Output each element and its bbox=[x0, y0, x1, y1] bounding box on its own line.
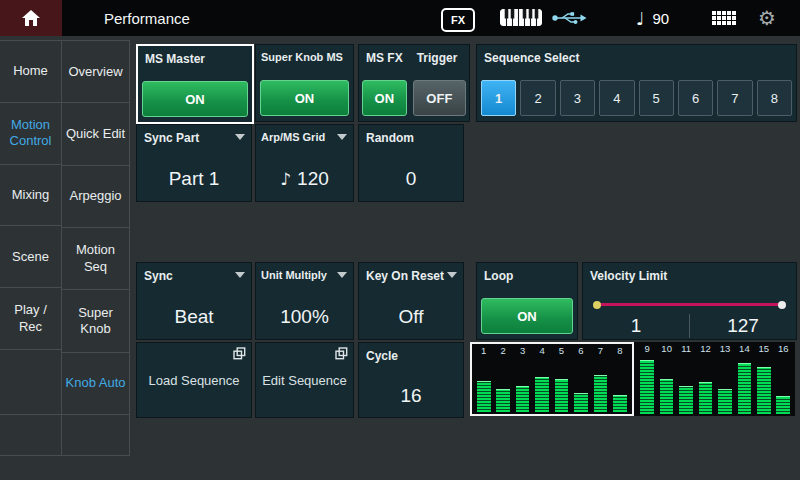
super-knob-ms-toggle[interactable]: ON bbox=[260, 80, 349, 116]
sidebar-item-arpeggio[interactable]: Arpeggio bbox=[62, 166, 130, 228]
super-knob-ms-label: Super Knob MS bbox=[261, 51, 343, 63]
seq-step-2[interactable]: 2 bbox=[493, 345, 512, 412]
grid-icon[interactable] bbox=[712, 11, 737, 30]
seq-step-number: 2 bbox=[501, 345, 506, 357]
sidebar-item-overview[interactable]: Overview bbox=[62, 40, 130, 103]
seq-step-bar bbox=[660, 379, 674, 414]
seq-step-number: 4 bbox=[539, 345, 544, 357]
ms-fx-toggle[interactable]: ON bbox=[362, 80, 407, 116]
sequence-button-7[interactable]: 7 bbox=[717, 80, 752, 116]
seq-step-1[interactable]: 1 bbox=[474, 345, 493, 412]
seq-steps-9-16: 910111213141516 bbox=[636, 342, 796, 416]
key-on-reset-value[interactable]: Off bbox=[359, 295, 463, 339]
seq-step-12[interactable]: 12 bbox=[696, 343, 715, 414]
sequence-button-8[interactable]: 8 bbox=[757, 80, 792, 116]
sidebar-item-home[interactable]: Home bbox=[0, 40, 62, 103]
seq-step-9[interactable]: 9 bbox=[638, 343, 657, 414]
sidebar-item-play-rec[interactable]: Play / Rec bbox=[0, 288, 62, 350]
seq-step-5[interactable]: 5 bbox=[552, 345, 571, 412]
sidebar-empty-cell bbox=[62, 415, 130, 456]
seq-step-6[interactable]: 6 bbox=[571, 345, 590, 412]
sidebar-item-mixing[interactable]: Mixing bbox=[0, 165, 62, 227]
key-on-reset-label: Key On Reset bbox=[366, 269, 444, 283]
sidebar-main-nav: HomeMotion ControlMixingScenePlay / Rec bbox=[0, 40, 62, 456]
sidebar-item-scene[interactable]: Scene bbox=[0, 226, 62, 288]
unit-multiply-panel[interactable]: Unit Multiply 100% bbox=[255, 262, 354, 340]
velocity-low-value[interactable]: 1 bbox=[583, 315, 689, 337]
seq-step-bar-area bbox=[754, 355, 773, 414]
tempo-display[interactable]: ♩ 90 bbox=[636, 0, 669, 36]
seq-step-number: 12 bbox=[700, 343, 711, 355]
sidebar-empty-cell bbox=[0, 350, 62, 415]
seq-step-number: 7 bbox=[598, 345, 603, 357]
seq-step-bar-area bbox=[735, 355, 754, 414]
sequence-button-2[interactable]: 2 bbox=[520, 80, 555, 116]
ms-master-toggle[interactable]: ON bbox=[142, 81, 248, 117]
super-knob-ms-panel[interactable]: Super Knob MS ON bbox=[255, 44, 354, 122]
sidebar-item-super-knob[interactable]: Super Knob bbox=[62, 290, 130, 352]
arp-ms-grid-value[interactable]: ♪ 120 bbox=[256, 157, 353, 201]
sync-part-value[interactable]: Part 1 bbox=[137, 157, 251, 201]
keyboard-icon[interactable] bbox=[500, 9, 542, 30]
loop-label: Loop bbox=[484, 269, 513, 283]
random-value[interactable]: 0 bbox=[359, 157, 463, 201]
velocity-high-handle[interactable] bbox=[778, 301, 786, 309]
sidebar-item-motion-seq[interactable]: Motion Seq bbox=[62, 228, 130, 290]
sidebar-item-knob-auto[interactable]: Knob Auto bbox=[62, 353, 130, 415]
arp-ms-grid-panel[interactable]: Arp/MS Grid ♪ 120 bbox=[255, 124, 354, 202]
seq-step-bar-area bbox=[493, 357, 512, 412]
seq-step-11[interactable]: 11 bbox=[676, 343, 695, 414]
seq-step-14[interactable]: 14 bbox=[735, 343, 754, 414]
seq-step-number: 10 bbox=[661, 343, 672, 355]
seq-step-bar bbox=[496, 389, 510, 412]
random-panel[interactable]: Random 0 bbox=[358, 124, 464, 202]
cycle-value[interactable]: 16 bbox=[359, 375, 463, 417]
trigger-toggle[interactable]: OFF bbox=[413, 80, 466, 116]
edit-sequence-button[interactable]: Edit Sequence bbox=[255, 342, 354, 418]
load-sequence-button[interactable]: Load Sequence bbox=[136, 342, 252, 418]
seq-step-15[interactable]: 15 bbox=[754, 343, 773, 414]
sequence-button-3[interactable]: 3 bbox=[560, 80, 595, 116]
seq-step-bar-area bbox=[552, 357, 571, 412]
velocity-limit-panel: Velocity Limit 1 127 bbox=[582, 262, 797, 340]
seq-step-10[interactable]: 10 bbox=[657, 343, 676, 414]
seq-step-7[interactable]: 7 bbox=[591, 345, 610, 412]
chevron-down-icon bbox=[337, 272, 347, 278]
fx-icon[interactable]: FX bbox=[441, 8, 475, 32]
sync-panel[interactable]: Sync Beat bbox=[136, 262, 252, 340]
sidebar-item-quick-edit[interactable]: Quick Edit bbox=[62, 103, 130, 165]
velocity-limit-slider[interactable] bbox=[593, 298, 786, 312]
seq-step-8[interactable]: 8 bbox=[610, 345, 629, 412]
sidebar-item-motion-control[interactable]: Motion Control bbox=[0, 103, 62, 165]
sequence-button-1[interactable]: 1 bbox=[481, 80, 516, 116]
sequence-button-4[interactable]: 4 bbox=[599, 80, 634, 116]
seq-step-bar-area bbox=[571, 357, 590, 412]
gear-icon[interactable]: ⚙ bbox=[758, 0, 776, 36]
key-on-reset-panel[interactable]: Key On Reset Off bbox=[358, 262, 464, 340]
unit-multiply-value[interactable]: 100% bbox=[256, 295, 353, 339]
motion-seq-graph: 12345678 910111213141516 bbox=[470, 342, 795, 416]
loop-toggle[interactable]: ON bbox=[481, 298, 573, 334]
velocity-low-handle[interactable] bbox=[593, 301, 601, 309]
page-title: Performance bbox=[104, 0, 190, 36]
sequence-button-5[interactable]: 5 bbox=[639, 80, 674, 116]
arp-ms-grid-label: Arp/MS Grid bbox=[261, 131, 325, 143]
sync-value[interactable]: Beat bbox=[137, 295, 251, 339]
random-label: Random bbox=[366, 131, 414, 145]
sync-part-panel[interactable]: Sync Part Part 1 bbox=[136, 124, 252, 202]
home-button[interactable] bbox=[0, 0, 62, 36]
seq-step-13[interactable]: 13 bbox=[715, 343, 734, 414]
arp-ms-grid-value-text: 120 bbox=[297, 168, 329, 190]
sidebar-sub-nav: OverviewQuick EditArpeggioMotion SeqSupe… bbox=[62, 40, 130, 456]
cycle-panel[interactable]: Cycle 16 bbox=[358, 342, 464, 418]
sequence-button-6[interactable]: 6 bbox=[678, 80, 713, 116]
seq-step-3[interactable]: 3 bbox=[513, 345, 532, 412]
seq-step-bar bbox=[535, 377, 549, 412]
velocity-high-value[interactable]: 127 bbox=[690, 315, 796, 337]
seq-step-16[interactable]: 16 bbox=[774, 343, 793, 414]
seq-step-bar bbox=[516, 386, 530, 412]
seq-step-number: 8 bbox=[617, 345, 622, 357]
seq-step-4[interactable]: 4 bbox=[532, 345, 551, 412]
loop-panel[interactable]: Loop ON bbox=[476, 262, 578, 340]
ms-master-panel[interactable]: MS Master ON bbox=[136, 44, 254, 124]
